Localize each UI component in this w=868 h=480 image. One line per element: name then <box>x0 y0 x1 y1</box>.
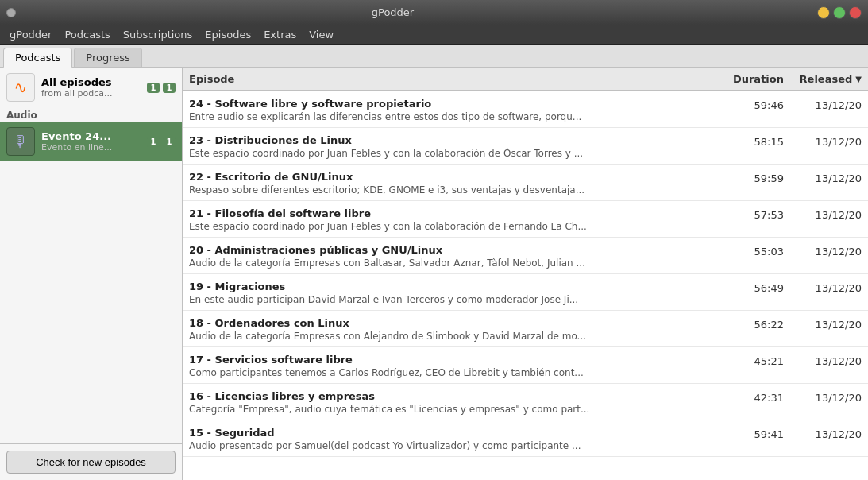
episode-row[interactable]: 16 - Licencias libres y empresas Categor… <box>183 384 868 420</box>
episode-duration: 58:15 <box>727 134 790 148</box>
tab-bar: Podcasts Progress <box>0 45 868 68</box>
episode-desc: Respaso sobre diferentes escritorio; KDE… <box>189 184 727 195</box>
menu-episodes[interactable]: Episodes <box>199 27 257 42</box>
content-area: ∿ All episodes from all podca... 1 1 Aud… <box>0 68 868 480</box>
col-episode: Episode <box>189 73 727 85</box>
episode-info: 23 - Distribuciones de Linux Este espaci… <box>189 134 727 159</box>
sidebar-item-text-evento: Evento 24... Evento en line... <box>41 130 139 153</box>
episode-row[interactable]: 20 - Administraciones públicas y GNU/Lin… <box>183 238 868 274</box>
sidebar-item-text-all: All episodes from all podca... <box>41 76 139 99</box>
podcast-badge2: 1 <box>163 137 176 147</box>
episode-desc: Entre audio se explicarán las diferencia… <box>189 111 727 122</box>
sort-arrow-icon: ▼ <box>855 75 862 83</box>
podcast-badge1: 1 <box>147 137 160 147</box>
episode-released: 13/12/20 <box>790 317 862 331</box>
episode-duration: 59:46 <box>727 98 790 111</box>
menu-view[interactable]: View <box>303 27 340 42</box>
episode-info: 18 - Ordenadores con Linux Audio de la c… <box>189 317 727 342</box>
episode-row[interactable]: 24 - Software libre y software propietar… <box>183 91 868 128</box>
tab-podcasts[interactable]: Podcasts <box>3 48 72 68</box>
menu-extras[interactable]: Extras <box>257 27 303 42</box>
close-button[interactable] <box>849 6 862 19</box>
episode-title: 17 - Servicios software libre <box>189 354 727 366</box>
episode-released: 13/12/20 <box>790 354 862 367</box>
episode-panel: Episode Duration Released ▼ 24 - Softwar… <box>183 68 868 480</box>
episode-duration: 45:21 <box>727 354 790 367</box>
titlebar: gPodder <box>0 0 868 25</box>
episode-row[interactable]: 18 - Ordenadores con Linux Audio de la c… <box>183 311 868 347</box>
col-released[interactable]: Released ▼ <box>790 73 862 85</box>
episode-desc: Audio de la categoría Empresas con Aleja… <box>189 331 727 342</box>
episode-duration: 42:31 <box>727 390 790 404</box>
episode-desc: Este espacio coordinado por Juan Febles … <box>189 221 727 232</box>
mic-icon: 🎙 <box>13 132 29 151</box>
episode-row[interactable]: 21 - Filosofía del software libre Este e… <box>183 201 868 238</box>
episode-released: 13/12/20 <box>790 244 862 257</box>
episode-released: 13/12/20 <box>790 390 862 404</box>
window-controls <box>817 6 862 19</box>
episode-desc: Categoría "Empresa", audio cuya temática… <box>189 404 727 415</box>
episode-row[interactable]: 15 - Seguridad Audio presentado por Samu… <box>183 420 868 457</box>
minimize-button[interactable] <box>817 6 830 19</box>
episode-row[interactable]: 19 - Migraciones En este audio participa… <box>183 274 868 311</box>
episode-row[interactable]: 22 - Escritorio de GNU/Linux Respaso sob… <box>183 165 868 201</box>
sidebar: ∿ All episodes from all podca... 1 1 Aud… <box>0 68 183 480</box>
episode-row[interactable]: 17 - Servicios software libre Como parti… <box>183 347 868 384</box>
episode-duration: 57:53 <box>727 207 790 221</box>
check-for-episodes-button[interactable]: Check for new episodes <box>6 451 176 474</box>
all-episodes-icon: ∿ <box>6 73 35 102</box>
episode-title: 21 - Filosofía del software libre <box>189 207 727 219</box>
episode-released: 13/12/20 <box>790 427 862 440</box>
episode-title: 16 - Licencias libres y empresas <box>189 390 727 402</box>
all-episodes-badge2: 1 <box>163 83 176 93</box>
podcast-badges: 1 1 <box>145 137 176 147</box>
all-episodes-title: All episodes <box>41 76 139 88</box>
menu-podcasts[interactable]: Podcasts <box>58 27 116 42</box>
episode-title: 19 - Migraciones <box>189 281 727 292</box>
episode-title: 24 - Software libre y software propietar… <box>189 98 727 110</box>
sidebar-section-audio: Audio <box>0 106 182 122</box>
episode-info: 20 - Administraciones públicas y GNU/Lin… <box>189 244 727 269</box>
episode-header: Episode Duration Released ▼ <box>183 68 868 91</box>
menubar: gPodder Podcasts Subscriptions Episodes … <box>0 25 868 45</box>
episode-info: 17 - Servicios software libre Como parti… <box>189 354 727 378</box>
episode-title: 20 - Administraciones públicas y GNU/Lin… <box>189 244 727 256</box>
episode-info: 21 - Filosofía del software libre Este e… <box>189 207 727 232</box>
episode-released: 13/12/20 <box>790 171 862 184</box>
all-episodes-subtitle: from all podca... <box>41 88 139 99</box>
col-duration[interactable]: Duration <box>727 73 790 85</box>
episode-duration: 59:59 <box>727 171 790 184</box>
episode-released: 13/12/20 <box>790 281 862 294</box>
tab-progress[interactable]: Progress <box>74 48 141 67</box>
episode-info: 24 - Software libre y software propietar… <box>189 98 727 122</box>
episode-desc: Audio de la categoría Empresas con Balta… <box>189 257 727 269</box>
sidebar-bottom: Check for new episodes <box>0 443 182 480</box>
maximize-button[interactable] <box>833 6 846 19</box>
episode-released: 13/12/20 <box>790 207 862 221</box>
episode-title: 22 - Escritorio de GNU/Linux <box>189 171 727 183</box>
episode-desc: Este espacio coordinado por Juan Febles … <box>189 148 727 159</box>
menu-gpodder[interactable]: gPodder <box>3 27 58 42</box>
episode-title: 15 - Seguridad <box>189 427 727 439</box>
episode-duration: 59:41 <box>727 427 790 440</box>
sidebar-item-all-episodes[interactable]: ∿ All episodes from all podca... 1 1 <box>0 68 182 106</box>
podcast-icon: 🎙 <box>6 127 35 156</box>
episode-info: 19 - Migraciones En este audio participa… <box>189 281 727 305</box>
app-title: gPodder <box>0 6 811 18</box>
episode-title: 18 - Ordenadores con Linux <box>189 317 727 329</box>
rss-icon: ∿ <box>14 78 28 97</box>
episode-duration: 56:22 <box>727 317 790 331</box>
episode-list: 24 - Software libre y software propietar… <box>183 91 868 480</box>
menu-subscriptions[interactable]: Subscriptions <box>117 27 199 42</box>
podcast-title: Evento 24... <box>41 130 139 142</box>
podcast-subtitle: Evento en line... <box>41 142 139 153</box>
episode-duration: 56:49 <box>727 281 790 294</box>
episode-row[interactable]: 23 - Distribuciones de Linux Este espaci… <box>183 128 868 165</box>
main-window: Podcasts Progress ∿ All episodes from al… <box>0 45 868 480</box>
episode-desc: Audio presentado por Samuel(del podcast … <box>189 440 727 451</box>
episode-title: 23 - Distribuciones de Linux <box>189 134 727 146</box>
all-episodes-badge1: 1 <box>147 83 160 93</box>
episode-desc: En este audio participan David Marzal e … <box>189 294 727 305</box>
episode-info: 15 - Seguridad Audio presentado por Samu… <box>189 427 727 451</box>
sidebar-item-evento[interactable]: 🎙 Evento 24... Evento en line... 1 1 <box>0 122 182 161</box>
